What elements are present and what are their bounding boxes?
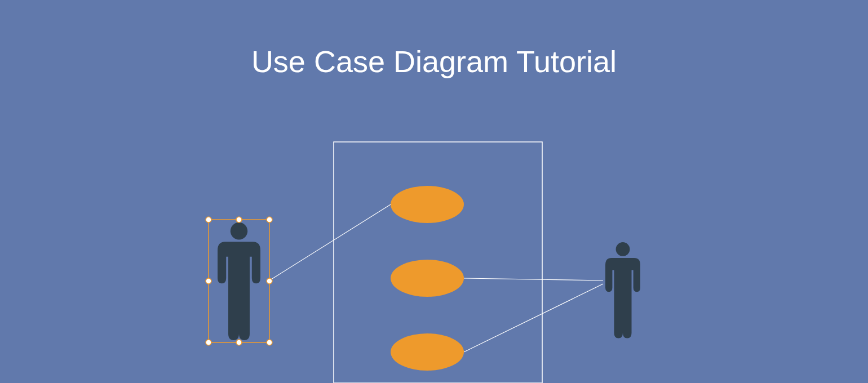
actor-right[interactable]: [605, 242, 640, 339]
use-case-3[interactable]: [391, 333, 464, 371]
connector-right-uc3[interactable]: [464, 284, 603, 352]
connector-left-uc1[interactable]: [269, 204, 391, 280]
use-case-2[interactable]: [391, 260, 464, 297]
selection-handle-s[interactable]: [236, 340, 242, 345]
selection-handle-ne[interactable]: [267, 217, 272, 222]
selection-handle-se[interactable]: [267, 340, 272, 345]
diagram-canvas[interactable]: [0, 0, 868, 383]
use-case-1[interactable]: [391, 186, 464, 223]
svg-point-2: [616, 242, 630, 256]
connector-right-uc2[interactable]: [464, 278, 603, 280]
svg-point-0: [231, 222, 247, 239]
selection-handle-e[interactable]: [267, 278, 272, 284]
selection-handle-n[interactable]: [236, 217, 242, 222]
selection-handle-w[interactable]: [206, 278, 211, 284]
use-cases-group: [391, 186, 464, 371]
selection-handle-nw[interactable]: [206, 217, 211, 222]
selection-handle-sw[interactable]: [206, 340, 211, 345]
actor-left[interactable]: [218, 222, 260, 340]
